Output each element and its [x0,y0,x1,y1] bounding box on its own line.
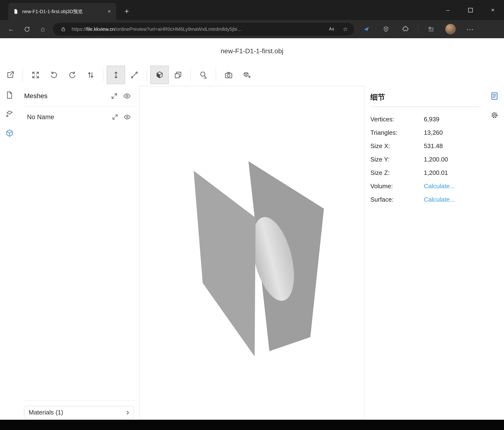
favorite-star-icon[interactable]: ☆ [340,24,351,34]
url-path: /onlinePreview?url=aHR0cHM6Ly9maWxlLmtrd… [115,26,242,32]
flip-vertical-icon[interactable] [81,66,100,84]
materials-button[interactable]: Materials (1) › [24,406,134,419]
details-value: 1,200.00 [424,156,448,163]
viewer-toolbar [0,64,504,86]
model-cube-icon[interactable] [5,129,14,138]
url-host: file.kkview.cn [86,26,115,32]
favorites-bar-icon[interactable] [422,22,440,36]
perspective-view-icon[interactable] [150,66,169,84]
chevron-right-icon: › [126,408,129,417]
measure-icon[interactable] [194,66,212,84]
fit-view-icon[interactable] [26,66,45,84]
toolbar-separator [23,69,23,82]
home-button[interactable]: ⌂ [36,22,50,36]
profile-avatar[interactable] [442,22,459,36]
maximize-icon [468,8,473,12]
toolbar-separator [216,69,216,82]
browser-navbar: ← ⌂ https://file.kkview.cn/onlinePreview… [0,20,504,38]
browser-tab-strip: new-F1-D1-1-first.obj3D预览 × + – × [0,0,504,20]
mesh-name: No Name [27,113,107,121]
left-rail [0,86,19,138]
file-info-icon[interactable] [5,90,14,100]
details-value: 531.48 [424,142,443,150]
page-title: new-F1-D1-1-first.obj [0,38,504,64]
details-panel: 细节 Vertices: 6,939 Triangles: 13,260 Siz… [370,86,479,206]
tab-close-icon[interactable]: × [105,7,113,16]
measure-line-icon[interactable] [125,66,144,84]
details-value: 1,200.01 [424,169,448,177]
panel-divider [24,400,135,401]
avatar-image [445,24,456,34]
details-row-size-z: Size Z: 1,200.01 [370,166,479,179]
rotate-left-icon[interactable] [45,66,63,84]
details-value: 6,939 [424,116,439,123]
toolbar-separator [103,69,103,82]
move-tool-icon[interactable] [107,66,125,84]
details-rows: Vertices: 6,939 Triangles: 13,260 Size X… [370,112,479,206]
details-value: 13,260 [424,129,443,136]
address-bar[interactable]: https://file.kkview.cn/onlinePreview?url… [53,23,354,36]
details-label: Size Y: [370,156,424,163]
details-header: 细节 [370,92,479,102]
read-aloud-icon[interactable] [326,24,337,34]
details-label: Size X: [370,142,424,150]
meshes-header: Meshes [24,86,135,106]
refresh-button[interactable] [20,22,34,36]
materials-button-label: Materials (1) [29,409,63,416]
panel-divider [24,106,135,106]
model-left-plane [194,171,256,356]
3d-viewport[interactable] [139,86,364,419]
lock-icon[interactable] [58,24,69,34]
details-row-volume: Volume: Calculate... [370,179,479,193]
details-row-vertices: Vertices: 6,939 [370,112,479,126]
navbar-divider [418,25,418,33]
more-menu-icon[interactable]: ⋯ [461,22,479,36]
orthographic-view-icon[interactable] [169,66,187,84]
details-row-surface: Surface: Calculate... [370,193,479,206]
window-controls: – × [437,0,504,20]
extensions-puzzle-icon[interactable] [397,22,414,36]
meshes-panel: Meshes No Name Materials (1) › [24,86,135,420]
back-button[interactable]: ← [4,22,18,36]
window-maximize-button[interactable] [459,0,482,20]
browser-tab[interactable]: new-F1-D1-1-first.obj3D预览 × [8,3,116,20]
mesh-visibility-icon[interactable] [124,113,131,121]
meshes-title: Meshes [24,92,106,100]
details-label: Surface: [370,196,424,203]
camera-icon[interactable] [219,66,238,84]
tab-title: new-F1-D1-1-first.obj3D预览 [22,8,102,15]
url-scheme: https:// [72,26,86,32]
right-rail [485,86,504,120]
shield-extension-icon[interactable] [377,22,395,36]
zoom-to-mesh-icon[interactable] [112,114,118,120]
new-tab-button[interactable]: + [121,6,132,17]
url-text: https://file.kkview.cn/onlinePreview?url… [72,26,323,32]
viewer-content: Meshes No Name Materials (1) › [0,86,504,420]
visibility-all-icon[interactable] [123,92,131,100]
window-close-button[interactable]: × [482,0,504,20]
details-label: Volume: [370,183,424,190]
window-minimize-button[interactable]: – [437,0,459,20]
expand-all-icon[interactable] [111,93,118,100]
blue-extension-icon[interactable] [358,22,375,36]
export-icon[interactable] [238,66,256,84]
toolbar-separator [190,69,191,82]
meshes-panel-bottom: Materials (1) › [24,400,135,420]
settings-gear-icon[interactable] [490,110,499,120]
materials-icon[interactable] [5,109,14,119]
details-list-icon[interactable] [490,91,499,101]
details-row-size-x: Size X: 531.48 [370,139,479,153]
details-label: Triangles: [370,129,424,136]
3d-model-render [139,86,364,419]
calculate-surface-link[interactable]: Calculate... [424,196,455,203]
details-label: Vertices: [370,116,424,123]
tab-favicon-document-icon [13,8,19,15]
rotate-right-icon[interactable] [63,66,81,84]
details-row-triangles: Triangles: 13,260 [370,126,479,139]
viewer-bottom-bar [0,420,504,430]
calculate-volume-link[interactable]: Calculate... [424,183,455,190]
open-file-icon[interactable] [1,66,19,84]
toolbar-separator [147,69,147,82]
mesh-list-item[interactable]: No Name [24,112,135,122]
details-label: Size Z: [370,169,424,177]
